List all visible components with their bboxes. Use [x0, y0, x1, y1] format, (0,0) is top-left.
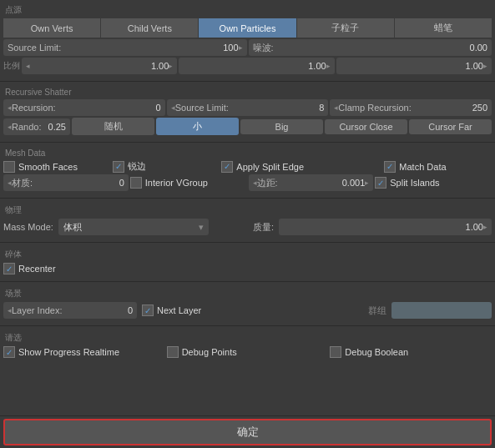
recursive-section: Recursive Shatter ◂ Recursion: 0 ◂ Sourc…	[0, 83, 495, 138]
btn-small[interactable]: 小	[156, 118, 239, 135]
source-limit-value: 100	[61, 43, 238, 53]
rec-source-limit-value: 8	[229, 103, 324, 113]
debug-boolean-label: Debug Boolean	[345, 347, 408, 357]
bevel-row: 锐边	[113, 160, 220, 173]
next-layer-checkbox[interactable]	[142, 305, 154, 316]
debug-points-checkbox[interactable]	[167, 346, 179, 358]
distance-label: 边距:	[257, 177, 278, 189]
rando-label: Rando:	[12, 122, 41, 132]
tab-la-bi[interactable]: 蜡笔	[395, 18, 492, 38]
next-layer-row: Next Layer	[142, 305, 201, 316]
distance-value: 0.001	[278, 178, 366, 188]
mass-mode-dropdown[interactable]: 体积 ▾	[58, 219, 209, 235]
tab-own-verts[interactable]: Own Verts	[3, 18, 100, 38]
tab-own-particles[interactable]: Own Particles	[199, 18, 295, 38]
mass-mode-label: Mass Mode:	[3, 222, 53, 232]
debug-section: 请选 Show Progress Realtime Debug Points D…	[0, 328, 495, 361]
show-progress-label: Show Progress Realtime	[18, 347, 119, 357]
mesh-row2: ◂ 材质: 0 Interior VGroup ◂ 边距: 0.001 ▸ Sp…	[3, 174, 492, 191]
bottom-bar: 确定	[0, 415, 495, 448]
smooth-faces-row: Smooth Faces	[3, 161, 111, 173]
ratio-label: 比例	[3, 60, 20, 72]
mesh-row1: Smooth Faces 锐边 Apply Split Edge Match D…	[3, 160, 492, 173]
next-layer-label: Next Layer	[157, 305, 201, 315]
btn-random[interactable]: 随机	[72, 118, 154, 135]
apply-split-edge-label: Apply Split Edge	[236, 162, 304, 172]
recursion-field[interactable]: ◂ Recursion: 0	[3, 99, 165, 116]
ratio-val2: 1.00	[183, 61, 326, 71]
tab-child-verts[interactable]: Child Verts	[101, 18, 198, 38]
clamp-value: 250	[412, 103, 487, 113]
ratio-field-1[interactable]: ◂ 1.00 ▸	[22, 58, 177, 74]
noise-label: 噪波:	[253, 42, 274, 54]
ratio-val1: 1.00	[30, 61, 169, 71]
distance-field[interactable]: ◂ 边距: 0.001 ▸	[249, 174, 374, 191]
btn-cursor-far[interactable]: Cursor Far	[409, 119, 492, 134]
extras-row: Recenter	[3, 263, 492, 274]
btn-big[interactable]: Big	[240, 119, 323, 134]
extras-section: 碎体 Recenter	[0, 244, 495, 278]
split-islands-checkbox[interactable]	[375, 177, 386, 189]
mass-label: 质量:	[253, 221, 274, 234]
mesh-data-section: Mesh Data Smooth Faces 锐边 Apply Split Ed…	[0, 144, 495, 194]
source-limit-row: Source Limit: 100 ▸ 噪波: 0.00	[3, 39, 492, 56]
physics-label: 物理	[3, 202, 492, 217]
field-label: 场景	[3, 285, 492, 300]
recursive-row2: ◂ Rando: 0.25 随机 小 Big Cursor Close Curs…	[3, 118, 492, 135]
tab-zi-li-zi[interactable]: 子粒子	[297, 18, 394, 38]
show-progress-checkbox[interactable]	[3, 346, 15, 358]
rando-field[interactable]: ◂ Rando: 0.25	[3, 118, 70, 135]
dropdown-arrow: ▾	[199, 222, 204, 233]
source-limit-field[interactable]: Source Limit: 100 ▸	[3, 39, 247, 56]
mass-field[interactable]: 1.00 ▸	[279, 219, 492, 235]
recenter-label: Recenter	[18, 264, 56, 274]
debug-boolean-checkbox[interactable]	[330, 346, 341, 358]
mesh-data-label: Mesh Data	[3, 146, 492, 159]
debug-points-row: Debug Points	[167, 346, 329, 358]
match-data-row: Match Data	[384, 161, 492, 173]
ratio-field-3[interactable]: 1.00 ▸	[336, 58, 492, 74]
confirm-button[interactable]: 确定	[3, 419, 492, 445]
match-data-label: Match Data	[399, 162, 446, 172]
noise-field[interactable]: 噪波: 0.00	[249, 39, 492, 56]
material-label: 材质:	[12, 177, 33, 189]
recursive-label: Recursive Shatter	[3, 85, 492, 98]
interior-vgroup-label: Interior VGroup	[145, 178, 208, 188]
source-limit-arrow[interactable]: ▸	[239, 43, 243, 52]
physics-row: Mass Mode: 体积 ▾ 质量: 1.00 ▸	[3, 219, 492, 235]
layer-index-value: 0	[63, 305, 133, 315]
physics-section: 物理 Mass Mode: 体积 ▾ 质量: 1.00 ▸	[0, 200, 495, 239]
match-data-checkbox[interactable]	[384, 161, 396, 173]
material-value: 0	[33, 178, 124, 188]
interior-vgroup-checkbox[interactable]	[130, 177, 142, 189]
recursive-row1: ◂ Recursion: 0 ◂ Source Limit: 8 ◂ Clamp…	[3, 99, 492, 116]
bevel-checkbox[interactable]	[113, 161, 124, 173]
layer-index-field[interactable]: ◂ Layer Index: 0	[3, 302, 137, 319]
recenter-checkbox[interactable]	[3, 263, 15, 274]
debug-points-label: Debug Points	[182, 347, 237, 357]
btn-cursor-close[interactable]: Cursor Close	[325, 119, 407, 134]
show-progress-row: Show Progress Realtime	[3, 346, 165, 358]
debug-boolean-row: Debug Boolean	[330, 346, 492, 358]
ratio-field-2[interactable]: 1.00 ▸	[179, 58, 334, 74]
extras-label: 碎体	[3, 246, 492, 261]
clamp-field[interactable]: ◂ Clamp Recursion: 250	[330, 99, 492, 116]
rec-source-limit-field[interactable]: ◂ Source Limit: 8	[167, 99, 329, 116]
layer-index-label: Layer Index:	[12, 305, 63, 315]
main-panel: 点源 Own Verts Child Verts Own Particles 子…	[0, 0, 495, 448]
source-limit-label: Source Limit:	[8, 43, 61, 53]
clamp-label: Clamp Recursion:	[338, 103, 411, 113]
field-section: 场景 ◂ Layer Index: 0 Next Layer 群组	[0, 284, 495, 322]
interior-vgroup-row: Interior VGroup	[130, 177, 247, 189]
ratio-row: 比例 ◂ 1.00 ▸ 1.00 ▸ 1.00 ▸	[3, 58, 492, 74]
group-color[interactable]	[391, 302, 492, 319]
rec-source-limit-label: Source Limit:	[175, 103, 229, 113]
smooth-faces-checkbox[interactable]	[3, 161, 15, 173]
apply-split-edge-row: Apply Split Edge	[221, 161, 382, 173]
split-islands-row: Split Islands	[375, 177, 492, 189]
source-section: 点源 Own Verts Child Verts Own Particles 子…	[0, 0, 495, 78]
debug-row: Show Progress Realtime Debug Points Debu…	[3, 346, 492, 358]
material-field[interactable]: ◂ 材质: 0	[3, 174, 129, 191]
noise-value: 0.00	[274, 43, 487, 53]
apply-split-edge-checkbox[interactable]	[221, 161, 233, 173]
